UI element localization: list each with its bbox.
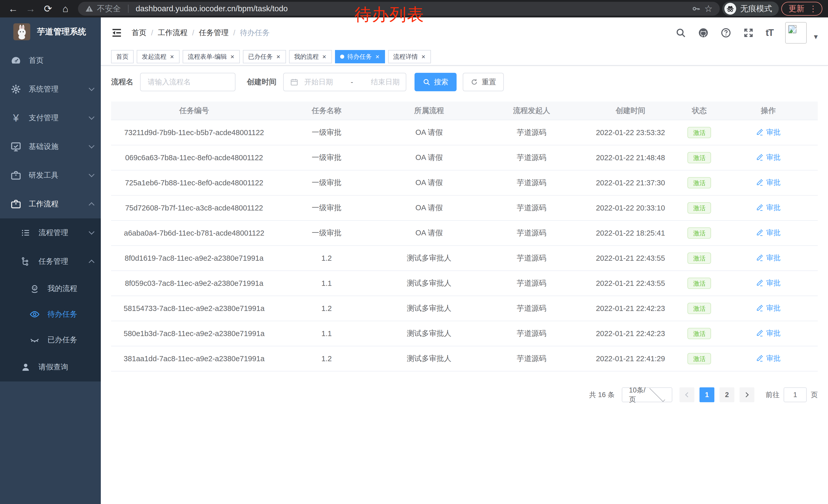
sidebar-item-done-tasks[interactable]: 已办任务 <box>0 327 101 353</box>
breadcrumb-separator: / <box>192 29 194 37</box>
security-label[interactable]: 不安全 <box>97 3 121 14</box>
status-badge: 激活 <box>688 253 711 264</box>
eye-open-icon <box>29 309 40 320</box>
prev-page-button[interactable] <box>679 387 694 402</box>
app-frame: 芋道管理系统 首页 <box>0 17 828 504</box>
column-task-name: 任务名称 <box>277 101 376 120</box>
avatar-caret-icon[interactable]: ▾ <box>814 32 818 44</box>
start-date-placeholder[interactable]: 开始日期 <box>304 77 333 87</box>
approve-label: 审批 <box>766 278 781 288</box>
search-icon[interactable] <box>675 28 686 38</box>
approve-label: 审批 <box>766 328 781 338</box>
key-icon[interactable] <box>692 4 701 13</box>
sidebar-item-devtools[interactable]: 研发工具 <box>0 161 101 190</box>
search-button[interactable]: 搜索 <box>415 73 457 91</box>
approve-label: 审批 <box>766 127 781 137</box>
sidebar-item-payment[interactable]: ¥ 支付管理 <box>0 103 101 132</box>
approve-link[interactable]: 审批 <box>756 354 781 363</box>
approve-link[interactable]: 审批 <box>756 203 781 213</box>
sidebar-fold-icon[interactable] <box>111 27 122 39</box>
tab-todo-tasks[interactable]: 待办任务 × <box>335 50 385 63</box>
sidebar-item-label: 待办任务 <box>47 309 94 319</box>
tab-start-process[interactable]: 发起流程 × <box>137 50 179 63</box>
people-icon <box>29 283 40 294</box>
fullscreen-icon[interactable] <box>743 28 754 38</box>
process-cell: 测试多审批人 <box>376 245 482 271</box>
approve-link[interactable]: 审批 <box>756 278 781 288</box>
task-id-cell: a6aba0a4-7b6d-11ec-b781-acde48001122 <box>111 221 277 245</box>
status-cell: 激活 <box>680 221 719 245</box>
page-size-select[interactable]: 10条/页 <box>622 387 672 402</box>
gear-icon <box>10 84 22 95</box>
tab-my-processes[interactable]: 我的流程 × <box>289 50 332 63</box>
create-time-cell: 2022-01-22 21:48:48 <box>581 145 680 170</box>
tab-done-tasks[interactable]: 已办任务 × <box>243 50 286 63</box>
approve-link[interactable]: 审批 <box>756 328 781 338</box>
close-icon[interactable]: × <box>276 53 281 60</box>
breadcrumb-task-management[interactable]: 任务管理 <box>199 28 229 38</box>
help-icon[interactable] <box>720 28 731 38</box>
close-icon[interactable]: × <box>170 53 174 60</box>
sidebar-item-task-management[interactable]: 任务管理 <box>0 247 101 276</box>
tab-process-detail[interactable]: 流程详情 × <box>388 50 431 63</box>
browser-menu-icon[interactable]: ⋮ <box>809 4 817 13</box>
status-badge: 激活 <box>688 227 711 239</box>
create-time-range-picker[interactable]: 开始日期 - 结束日期 <box>283 73 406 91</box>
browser-update-button[interactable]: 更新 ⋮ <box>781 2 822 16</box>
close-icon[interactable]: × <box>322 53 327 60</box>
sidebar-item-system[interactable]: 系统管理 <box>0 75 101 103</box>
approve-link[interactable]: 审批 <box>756 253 781 263</box>
filter-form: 流程名 创建时间 开始日期 - 结束日期 <box>111 73 818 91</box>
sidebar-item-todo-tasks[interactable]: 待办任务 <box>0 302 101 327</box>
reset-button[interactable]: 重置 <box>463 73 504 91</box>
tab-label: 待办任务 <box>347 53 372 61</box>
edit-pencil-icon <box>756 304 763 312</box>
next-page-button[interactable] <box>740 387 754 402</box>
goto-page-input[interactable] <box>784 387 807 402</box>
browser-back-icon[interactable]: ← <box>6 0 20 17</box>
edit-pencil-icon <box>756 229 763 237</box>
edit-pencil-icon <box>756 153 763 161</box>
browser-reload-icon[interactable]: ⟳ <box>41 0 55 17</box>
page-1-button[interactable]: 1 <box>700 387 714 402</box>
actions-cell: 审批 <box>719 170 818 195</box>
tab-process-form-edit[interactable]: 流程表单-编辑 × <box>182 50 240 63</box>
close-icon[interactable]: × <box>230 53 235 60</box>
sidebar-item-process-management[interactable]: 流程管理 <box>0 218 101 247</box>
chevron-down-icon <box>89 172 95 177</box>
browser-forward-icon[interactable]: → <box>23 0 38 17</box>
sidebar-item-label: 研发工具 <box>29 170 89 180</box>
sidebar-item-leave-query[interactable]: 请假查询 <box>0 353 101 381</box>
breadcrumb-home[interactable]: 首页 <box>132 28 147 38</box>
approve-link[interactable]: 审批 <box>756 152 781 162</box>
close-icon[interactable]: × <box>421 53 426 60</box>
approve-label: 审批 <box>766 203 781 213</box>
approve-link[interactable]: 审批 <box>756 178 781 187</box>
approve-link[interactable]: 审批 <box>756 303 781 313</box>
page-2-button[interactable]: 2 <box>719 387 734 402</box>
font-size-icon[interactable]: tT <box>766 28 773 38</box>
tab-home[interactable]: 首页 <box>111 50 134 63</box>
sidebar-item-workflow[interactable]: 工作流程 <box>0 190 101 218</box>
actions-cell: 审批 <box>719 346 818 371</box>
close-icon[interactable]: × <box>375 53 380 60</box>
approve-link[interactable]: 审批 <box>756 127 781 137</box>
app-title: 芋道管理系统 <box>37 26 86 37</box>
avatar[interactable] <box>785 22 807 44</box>
browser-home-icon[interactable]: ⌂ <box>58 0 73 17</box>
edit-pencil-icon <box>756 355 763 362</box>
sidebar-item-my-processes[interactable]: 我的流程 <box>0 276 101 302</box>
sidebar-item-infrastructure[interactable]: 基础设施 <box>0 132 101 161</box>
table-row: 381aa1dd-7ac8-11ec-a9e2-a2380e71991a 1.2… <box>111 346 818 371</box>
bookmark-star-icon[interactable]: ☆ <box>704 3 713 14</box>
approve-link[interactable]: 审批 <box>756 228 781 238</box>
url-text[interactable]: dashboard.yudao.iocoder.cn/bpm/task/todo <box>136 4 288 13</box>
app-logo: 芋道管理系统 <box>0 17 101 46</box>
broken-image-icon <box>787 24 797 34</box>
process-name-input[interactable] <box>140 73 236 91</box>
update-label: 更新 <box>788 3 804 14</box>
github-icon[interactable] <box>698 28 709 38</box>
end-date-placeholder[interactable]: 结束日期 <box>371 77 400 87</box>
sidebar-item-home[interactable]: 首页 <box>0 46 101 75</box>
breadcrumb-workflow[interactable]: 工作流程 <box>158 28 188 38</box>
